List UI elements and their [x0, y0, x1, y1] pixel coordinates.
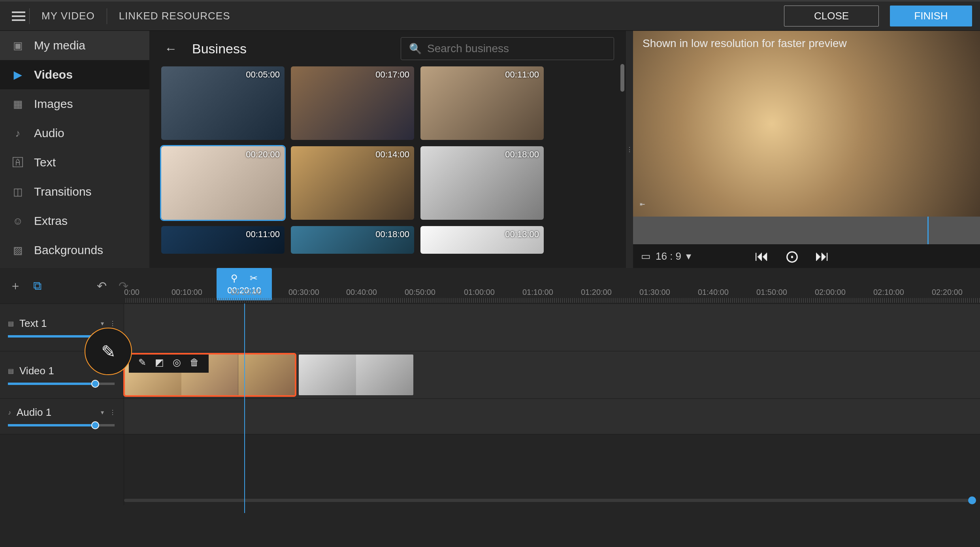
track-opacity-slider[interactable]	[8, 383, 115, 385]
ruler-tick: 00:30:00	[288, 288, 319, 297]
duration-label: 00:20:00	[246, 149, 280, 160]
duration-label: 00:17:00	[375, 70, 409, 80]
sidebar-item-transitions[interactable]: ◫ Transitions	[0, 177, 149, 206]
duration-label: 00:11:00	[246, 229, 280, 240]
media-thumb[interactable]: 00:05:00	[161, 66, 285, 140]
empty-track-area	[0, 434, 124, 505]
edit-highlight-icon[interactable]: ✎	[85, 328, 132, 375]
next-button[interactable]: ⏭	[815, 248, 829, 264]
media-thumb[interactable]: 00:18:00	[291, 226, 414, 254]
playhead-line[interactable]	[244, 304, 245, 513]
transition-icon: ◫	[12, 186, 24, 198]
preview-notice: Shown in low resolution for faster previ…	[643, 37, 847, 50]
ruler-tick: 01:40:00	[698, 288, 729, 297]
cut-icon[interactable]: ✂	[250, 273, 258, 284]
horizontal-zoom-slider[interactable]	[124, 499, 976, 502]
ruler-tick: 01:10:00	[522, 288, 553, 297]
empty-track-area[interactable]	[124, 434, 980, 505]
preview-scrubber[interactable]	[633, 217, 980, 244]
media-thumb[interactable]: 00:17:00	[291, 66, 414, 140]
ruler-ticks	[124, 298, 980, 303]
ruler-tick: 01:50:00	[756, 288, 787, 297]
sidebar-item-audio[interactable]: ♪ Audio	[0, 119, 149, 148]
search-input[interactable]: 🔍	[401, 37, 614, 60]
track-menu-icon[interactable]: ⋮	[109, 320, 116, 327]
smile-icon: ☺	[12, 215, 24, 227]
chevron-down-icon: ▾	[686, 250, 691, 262]
sidebar-item-label: Images	[34, 97, 73, 111]
ruler-tick: 01:30:00	[639, 288, 670, 297]
clip-frame	[299, 355, 356, 395]
duration-label: 00:18:00	[375, 229, 409, 240]
media-thumb[interactable]: 00:11:00	[161, 226, 285, 254]
marker-icon[interactable]: ⚲	[231, 273, 238, 284]
search-icon: 🔍	[409, 43, 422, 55]
media-thumb[interactable]: 00:14:00	[291, 146, 414, 220]
sidebar-item-text[interactable]: 🄰 Text	[0, 148, 149, 177]
picture-icon: ▨	[12, 244, 24, 256]
divider	[107, 8, 107, 24]
track-body[interactable]: ✎ ◩ ◎ 🗑 ✎	[124, 351, 980, 398]
scrollbar[interactable]	[620, 64, 624, 92]
track-label: Audio 1	[17, 406, 95, 419]
image-icon: ▦	[12, 98, 24, 110]
sidebar-item-label: Text	[34, 156, 56, 169]
expand-icon[interactable]: ⇤	[636, 192, 648, 216]
ruler-tick: 00:20:00	[231, 288, 262, 297]
aspect-ratio-selector[interactable]: ▭ 16 : 9 ▾	[641, 250, 691, 262]
close-button[interactable]: CLOSE	[784, 6, 879, 26]
sidebar-item-label: Extras	[34, 214, 68, 228]
finish-button[interactable]: FINISH	[890, 6, 972, 26]
time-ruler[interactable]: 0:00 00:10:00 00:20:00 00:30:00 00:40:00…	[124, 288, 980, 303]
sidebar-item-label: My media	[34, 39, 85, 52]
search-field[interactable]	[427, 42, 606, 55]
effects-clip-button[interactable]: ◎	[169, 357, 185, 368]
sidebar-item-extras[interactable]: ☺ Extras	[0, 206, 149, 236]
media-thumb[interactable]: 00:13:00	[420, 226, 544, 254]
track-header-audio: ♪ Audio 1 ▾ ⋮	[0, 399, 124, 434]
menu-icon[interactable]	[8, 8, 29, 25]
back-button[interactable]: ←	[161, 39, 180, 58]
chevron-down-icon[interactable]: ▾	[101, 409, 104, 416]
ratio-label: 16 : 9	[656, 250, 681, 262]
track-body[interactable]	[124, 304, 980, 351]
clip-frame	[238, 355, 295, 395]
delete-clip-button[interactable]: 🗑	[186, 357, 203, 368]
sidebar-item-label: Backgrounds	[34, 243, 103, 257]
sidebar-item-my-media[interactable]: ▣ My media	[0, 31, 149, 60]
splitter-handle[interactable]: ⋮	[626, 31, 633, 268]
clip-toolbar: ✎ ◩ ◎ 🗑	[129, 355, 209, 373]
undo-button[interactable]: ↶	[97, 279, 107, 293]
timeline-clip[interactable]	[299, 355, 413, 395]
track-label: Text 1	[19, 317, 95, 330]
track-label: Video 1	[19, 365, 95, 377]
duration-label: 00:18:00	[505, 149, 539, 160]
sidebar-item-label: Transitions	[34, 185, 92, 198]
snap-icon[interactable]: ⧉	[33, 279, 41, 293]
sidebar-item-videos[interactable]: ▶ Videos	[0, 60, 149, 89]
sidebar-item-label: Videos	[34, 68, 73, 81]
track-menu-icon[interactable]: ⋮	[109, 409, 116, 416]
crop-clip-button[interactable]: ◩	[151, 357, 168, 368]
duration-label: 00:13:00	[505, 229, 539, 240]
sidebar: ▣ My media ▶ Videos ▦ Images ♪ Audio 🄰 T…	[0, 31, 149, 268]
nav-linked-resources[interactable]: LINKED RESOURCES	[119, 10, 230, 22]
prev-button[interactable]: ⏮	[755, 248, 769, 264]
media-thumb-selected[interactable]: 00:20:00	[161, 146, 285, 220]
sidebar-item-backgrounds[interactable]: ▨ Backgrounds	[0, 236, 149, 265]
media-thumb[interactable]: 00:18:00	[420, 146, 544, 220]
timeline-clip-selected[interactable]: ✎ ◩ ◎ 🗑	[125, 355, 295, 395]
edit-clip-button[interactable]: ✎	[134, 357, 150, 368]
track-volume-slider[interactable]	[8, 424, 115, 426]
nav-my-video[interactable]: MY VIDEO	[41, 10, 95, 22]
media-thumb[interactable]: 00:11:00	[420, 66, 544, 140]
add-button[interactable]: ＋	[9, 278, 21, 294]
music-icon: ♪	[8, 409, 11, 416]
chevron-down-icon[interactable]: ▾	[101, 320, 104, 327]
duration-label: 00:14:00	[375, 149, 409, 160]
sidebar-item-images[interactable]: ▦ Images	[0, 89, 149, 119]
play-button[interactable]: ⊙	[785, 246, 799, 266]
track-body[interactable]	[124, 399, 980, 434]
preview-viewport[interactable]: Shown in low resolution for faster previ…	[633, 31, 980, 217]
filmstrip-icon: ▤	[8, 320, 14, 327]
